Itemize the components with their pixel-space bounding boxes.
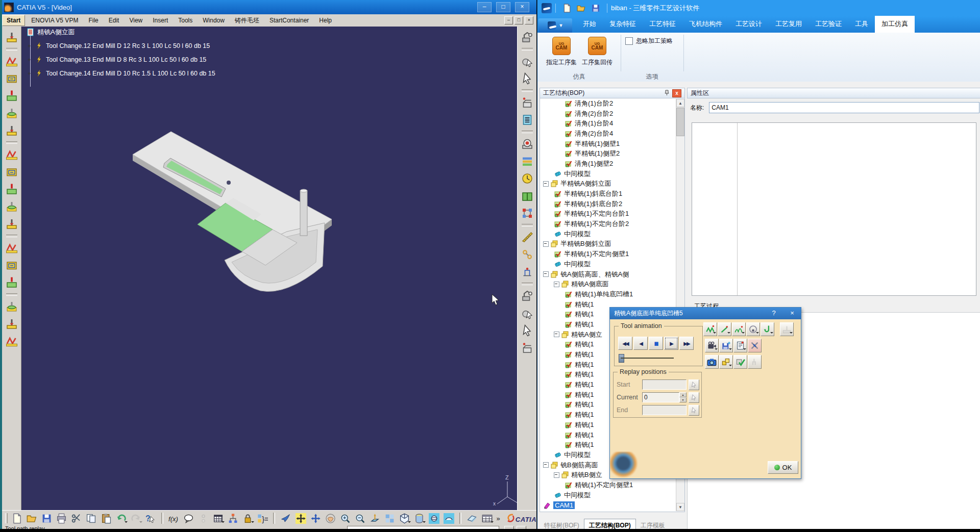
start-field[interactable] <box>642 379 687 390</box>
tool-path-icon[interactable] <box>5 275 19 290</box>
video-record-icon[interactable] <box>705 339 719 352</box>
ok-button[interactable]: OK <box>768 461 798 474</box>
catia-titlebar[interactable]: CATIA V5 - [Video] – □ × <box>0 0 536 14</box>
viewport-tree-root[interactable]: 精铣A侧立面 <box>27 28 75 37</box>
sweep-roughing-icon[interactable] <box>5 147 19 162</box>
tab-飞机结构件[interactable]: 飞机结构件 <box>682 16 729 33</box>
viewport-tree-tool-change[interactable]: circle cx="8" cy="8" r="6" fill="#E8E8F4… <box>26 42 210 50</box>
render-style-icon[interactable] <box>413 512 426 525</box>
gear-select-icon[interactable] <box>520 54 534 68</box>
tree-item[interactable]: 铣A侧筋高面、精铣A侧 <box>540 269 684 280</box>
menu-item-insert[interactable]: Insert <box>149 15 172 26</box>
collapse-icon[interactable] <box>554 282 559 287</box>
open-icon[interactable] <box>577 4 586 13</box>
tree-item[interactable]: 中间模型 <box>540 229 684 239</box>
viewport-3d[interactable]: 精铣A侧立面 circle cx="8" cy="8" r="6" fill="… <box>21 27 517 510</box>
stock-icon[interactable] <box>719 355 733 369</box>
lock-icon[interactable] <box>241 512 254 525</box>
tree-item[interactable]: 精铣A侧底面 <box>540 279 684 289</box>
feature-mill-icon[interactable] <box>5 299 19 314</box>
eraser-icon[interactable] <box>465 512 478 525</box>
spiral-mill-icon[interactable] <box>5 241 19 255</box>
print-icon[interactable] <box>55 512 68 525</box>
current-spinner[interactable]: ▲▼ <box>679 392 687 402</box>
copy-icon[interactable] <box>85 512 97 525</box>
viewport-tree-tool-change[interactable]: circle cx="8" cy="8" r="6" fill="#E8E8F4… <box>26 56 206 64</box>
save-icon[interactable] <box>591 4 600 13</box>
sheet-icon[interactable] <box>481 512 494 525</box>
menu-item-view[interactable]: View <box>125 15 146 26</box>
redo-icon[interactable] <box>130 512 142 525</box>
snapshot-icon[interactable] <box>705 355 719 369</box>
dialog-close-icon[interactable]: × <box>788 309 797 317</box>
tree-item[interactable]: 中间模型 <box>540 169 684 179</box>
machine-simulation-icon[interactable] <box>520 30 534 44</box>
viewport-tree-tool-change[interactable]: circle cx="8" cy="8" r="6" fill="#E8E8F4… <box>26 69 215 78</box>
setup-icon[interactable] <box>5 334 19 348</box>
new-document-icon[interactable] <box>562 4 572 13</box>
link-chain-icon[interactable] <box>520 247 534 262</box>
tree-item[interactable]: 半精铣(1)不定向台阶2 <box>540 219 684 229</box>
design-table-icon[interactable] <box>212 512 225 525</box>
tab-复杂特征[interactable]: 复杂特征 <box>603 16 643 33</box>
layers-stack-icon[interactable] <box>520 154 534 168</box>
tree-item[interactable]: 清角(1)台阶2 <box>540 98 684 109</box>
fly-mode-icon[interactable] <box>279 512 292 525</box>
swap-squares-icon[interactable] <box>520 206 534 220</box>
video-tool-icon[interactable] <box>520 341 534 355</box>
time-analysis-icon[interactable] <box>520 171 534 186</box>
open-icon[interactable] <box>26 512 38 525</box>
multi-level-icon[interactable] <box>5 217 19 231</box>
collapse-icon[interactable] <box>554 472 559 478</box>
rotate-tool-icon[interactable] <box>520 323 534 338</box>
spot-facing-icon[interactable] <box>5 199 19 214</box>
mdi-minimize-button[interactable]: – <box>504 16 513 24</box>
tree-item[interactable]: 半精铣(1)斜底台阶2 <box>540 199 684 209</box>
tree-item[interactable]: 清角(1)侧壁2 <box>540 159 684 169</box>
paste-icon[interactable] <box>100 512 112 525</box>
tree-item[interactable]: 半精铣(1)侧壁1 <box>540 139 684 149</box>
play-button[interactable]: ▶ <box>664 337 678 350</box>
fit-all-icon[interactable] <box>294 512 307 525</box>
collapse-icon[interactable] <box>543 271 549 277</box>
report-icon[interactable] <box>733 339 747 352</box>
formula-icon[interactable]: f(x) <box>167 512 180 525</box>
process-list-icon[interactable] <box>520 113 534 127</box>
scroll-up-icon[interactable]: ▲ <box>676 99 684 107</box>
toolpath-replay-icon[interactable] <box>703 322 717 336</box>
zoom-in-icon[interactable] <box>339 512 352 525</box>
pin-icon[interactable] <box>663 89 671 96</box>
tree-item[interactable]: 清角(2)台阶2 <box>540 109 684 119</box>
rotate-view-icon[interactable] <box>324 512 337 525</box>
nav-style-1-icon[interactable] <box>428 512 440 525</box>
help-icon[interactable]: ? <box>769 309 778 317</box>
property-grid[interactable] <box>692 122 976 296</box>
tree-item[interactable]: 半精铣(1)斜底台阶1 <box>540 189 684 199</box>
step-backward-button[interactable]: ◀ <box>633 337 648 350</box>
tree-item[interactable]: 精铣(1)不定向侧壁1 <box>540 480 684 490</box>
ignore-machining-strategy-checkbox[interactable] <box>625 37 633 45</box>
tree-item[interactable]: 半精铣(1)侧壁2 <box>540 148 684 159</box>
tree-item[interactable]: 清角(2)台阶4 <box>540 129 684 139</box>
rewind-button[interactable]: ◀◀ <box>618 337 632 350</box>
operation-set-return-button[interactable]: UGCAM 工序集回传 <box>580 37 614 67</box>
nav-style-2-icon[interactable] <box>443 512 455 525</box>
pocketing-alt-icon[interactable] <box>5 89 19 103</box>
tab-工艺设计[interactable]: 工艺设计 <box>729 16 769 33</box>
tree-item[interactable]: 半精铣(1)不定向侧壁1 <box>540 249 684 259</box>
menu-item-edit[interactable]: Edit <box>105 15 124 26</box>
new-document-icon[interactable] <box>11 512 23 525</box>
biban-titlebar[interactable]: biban - 三维零件工艺设计软件 <box>537 0 980 16</box>
knowledge-icon[interactable]: }= <box>256 512 269 525</box>
application-menu-button[interactable]: ▼ <box>538 18 572 33</box>
end-field[interactable] <box>642 405 687 415</box>
tool-axis-icon[interactable] <box>780 322 794 336</box>
people-icon[interactable] <box>197 512 210 525</box>
comment-icon[interactable] <box>182 512 195 525</box>
end-pick-icon[interactable] <box>689 405 699 416</box>
ramp-mill-icon[interactable] <box>5 258 19 272</box>
current-pick-icon[interactable] <box>689 392 699 403</box>
name-input[interactable]: CAM1 <box>709 102 979 113</box>
tab-工具[interactable]: 工具 <box>848 16 875 33</box>
menu-item-help[interactable]: Help <box>315 15 336 26</box>
